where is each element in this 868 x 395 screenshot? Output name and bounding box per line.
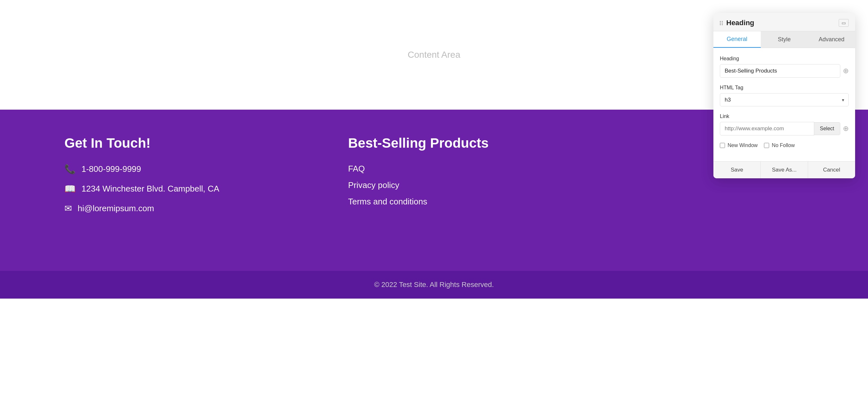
panel-body: Heading ⊕ HTML Tag h1 h2 h3 h4 h5 h6 p d… [713, 48, 855, 161]
no-follow-checkbox[interactable] [764, 143, 769, 148]
tab-advanced[interactable]: Advanced [808, 31, 855, 48]
content-area-label: Content Area [408, 50, 460, 60]
email-text: hi@loremipsum.com [78, 203, 154, 214]
footer-columns: Get In Touch! 📞 1-800-999-9999 📖 1234 Wi… [64, 135, 804, 223]
new-window-checkbox-label[interactable]: New Window [720, 143, 757, 148]
address-icon: 📖 [64, 184, 76, 194]
footer-links-list: FAQ Privacy policy Terms and conditions [348, 164, 489, 207]
link-input-wrapper: Select ⊕ [720, 122, 849, 135]
contact-address: 📖 1234 Winchester Blvd. Campbell, CA [64, 184, 219, 194]
panel-title: Heading [726, 19, 754, 27]
minimize-button[interactable]: ▭ [839, 19, 849, 27]
heading-panel: Heading ▭ General Style Advanced Heading… [713, 13, 855, 178]
tab-general[interactable]: General [713, 31, 761, 48]
no-follow-label: No Follow [772, 143, 795, 148]
phone-number: 1-800-999-9999 [82, 164, 141, 174]
contact-phone: 📞 1-800-999-9999 [64, 164, 219, 174]
heading-field-label: Heading [720, 56, 849, 62]
panel-title-area: Heading [726, 19, 839, 27]
html-tag-label: HTML Tag [720, 85, 849, 91]
new-window-label: New Window [727, 143, 757, 148]
list-item: FAQ [348, 164, 489, 174]
copyright-text: © 2022 Test Site. All Rights Reserved. [374, 281, 494, 289]
footer-link-terms[interactable]: Terms and conditions [348, 197, 427, 206]
phone-icon: 📞 [64, 164, 76, 174]
html-tag-select[interactable]: h1 h2 h3 h4 h5 h6 p div [720, 93, 849, 106]
no-follow-checkbox-label[interactable]: No Follow [764, 143, 795, 148]
email-icon: ✉ [64, 203, 72, 214]
heading-input-wrapper: ⊕ [720, 64, 849, 78]
panel-footer: Save Save As... Cancel [713, 161, 855, 178]
footer-link-faq[interactable]: FAQ [348, 164, 365, 173]
link-input[interactable] [720, 122, 814, 135]
heading-add-button[interactable]: ⊕ [843, 67, 849, 75]
address-text: 1234 Winchester Blvd. Campbell, CA [82, 184, 219, 194]
save-as-button[interactable]: Save As... [761, 162, 808, 178]
drag-handle [720, 21, 723, 25]
panel-tabs: General Style Advanced [713, 31, 855, 48]
footer-col-contact: Get In Touch! 📞 1-800-999-9999 📖 1234 Wi… [64, 135, 219, 223]
heading-field-row: Heading ⊕ [720, 56, 849, 78]
save-button[interactable]: Save [713, 162, 761, 178]
select-button[interactable]: Select [814, 122, 840, 135]
heading-input[interactable] [720, 64, 840, 78]
footer-bottom: © 2022 Test Site. All Rights Reserved. [0, 271, 868, 299]
html-tag-field-row: HTML Tag h1 h2 h3 h4 h5 h6 p div ▾ [720, 85, 849, 106]
list-item: Privacy policy [348, 180, 489, 190]
list-item: Terms and conditions [348, 197, 489, 207]
checkbox-row: New Window No Follow [720, 143, 849, 148]
footer-col2-heading: Best-Selling Products [348, 135, 489, 151]
link-field-label: Link [720, 113, 849, 119]
link-add-button[interactable]: ⊕ [843, 124, 849, 133]
footer-col1-heading: Get In Touch! [64, 135, 219, 151]
tab-style[interactable]: Style [761, 31, 808, 48]
contact-email: ✉ hi@loremipsum.com [64, 203, 219, 214]
link-field-row: Link Select ⊕ [720, 113, 849, 135]
new-window-checkbox[interactable] [720, 143, 725, 148]
footer-col-products: Best-Selling Products FAQ Privacy policy… [348, 135, 489, 223]
cancel-button[interactable]: Cancel [808, 162, 855, 178]
footer-link-privacy[interactable]: Privacy policy [348, 180, 399, 190]
panel-header: Heading ▭ [713, 13, 855, 31]
html-tag-select-wrapper: h1 h2 h3 h4 h5 h6 p div ▾ [720, 93, 849, 106]
